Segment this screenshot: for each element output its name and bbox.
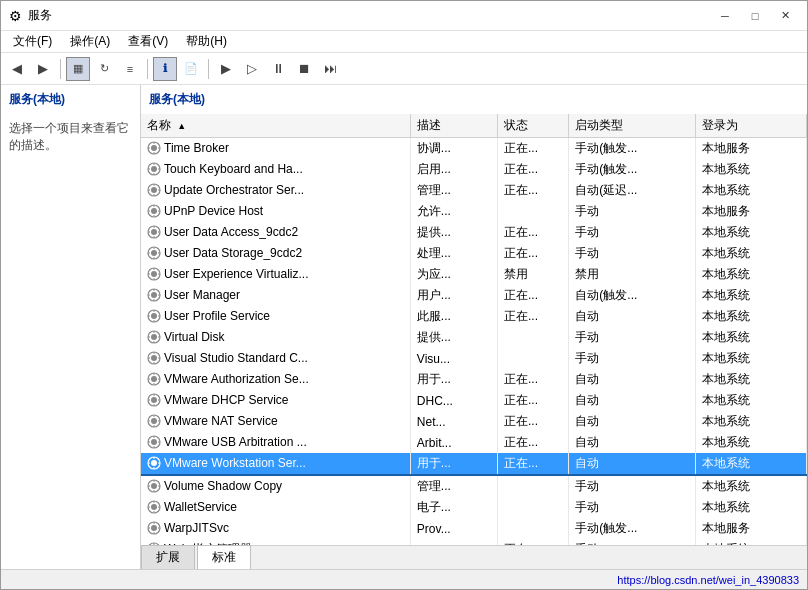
table-row[interactable]: UPnP Device Host允许...手动本地服务	[141, 201, 807, 222]
table-row[interactable]: WalletService电子...手动本地系统	[141, 497, 807, 518]
play-button[interactable]: ▶	[214, 57, 238, 81]
col-header-start[interactable]: 启动类型	[569, 114, 696, 138]
service-login-cell: 本地系统	[696, 411, 807, 432]
service-name-cell: User Manager	[141, 285, 410, 306]
col-header-login[interactable]: 登录为	[696, 114, 807, 138]
service-name-cell: VMware DHCP Service	[141, 390, 410, 411]
menu-item-V[interactable]: 查看(V)	[120, 31, 176, 52]
service-name-cell: User Profile Service	[141, 306, 410, 327]
service-status-cell: 正在...	[498, 243, 569, 264]
play2-button[interactable]: ▷	[240, 57, 264, 81]
menu-item-A[interactable]: 操作(A)	[62, 31, 118, 52]
service-login-cell: 本地系统	[696, 497, 807, 518]
table-row[interactable]: WarpJITSvcProv...手动(触发...本地服务	[141, 518, 807, 539]
service-desc-cell: Visu...	[410, 348, 497, 369]
svg-point-5	[151, 187, 157, 193]
svg-point-29	[151, 439, 157, 445]
service-name-cell: Volume Shadow Copy	[141, 475, 410, 497]
service-name-cell: Touch Keyboard and Ha...	[141, 159, 410, 180]
service-name-cell: Virtual Disk	[141, 327, 410, 348]
grid-view-button[interactable]: ▦	[66, 57, 90, 81]
service-icon	[147, 372, 161, 386]
maximize-button[interactable]: □	[741, 5, 769, 27]
service-start-cell: 自动	[569, 411, 696, 432]
table-row[interactable]: VMware USB Arbitration ...Arbit...正在...自…	[141, 432, 807, 453]
table-row[interactable]: User Profile Service此服...正在...自动本地系统	[141, 306, 807, 327]
menu-bar: 文件(F)操作(A)查看(V)帮助(H)	[1, 31, 807, 53]
table-row[interactable]: VMware DHCP ServiceDHC...正在...自动本地系统	[141, 390, 807, 411]
service-status-cell	[498, 497, 569, 518]
table-row[interactable]: Visual Studio Standard C...Visu...手动本地系统	[141, 348, 807, 369]
sort-arrow: ▲	[177, 121, 186, 131]
left-panel: 服务(本地) 选择一个项目来查看它的描述。	[1, 85, 141, 569]
window-icon: ⚙	[9, 8, 22, 24]
svg-point-15	[151, 292, 157, 298]
service-start-cell: 手动	[569, 243, 696, 264]
title-controls: ─ □ ✕	[711, 5, 799, 27]
table-row[interactable]: User Data Access_9cdc2提供...正在...手动本地系统	[141, 222, 807, 243]
export-button[interactable]: 📄	[179, 57, 203, 81]
table-row[interactable]: User Data Storage_9cdc2处理...正在...手动本地系统	[141, 243, 807, 264]
forward-button[interactable]: ▶	[31, 57, 55, 81]
table-row[interactable]: Update Orchestrator Ser...管理...正在...自动(延…	[141, 180, 807, 201]
service-login-cell: 本地服务	[696, 138, 807, 160]
minimize-button[interactable]: ─	[711, 5, 739, 27]
service-login-cell: 本地系统	[696, 453, 807, 475]
restart-button[interactable]: ⏭	[318, 57, 342, 81]
close-button[interactable]: ✕	[771, 5, 799, 27]
service-start-cell: 手动	[569, 222, 696, 243]
svg-point-1	[151, 145, 157, 151]
table-row[interactable]: Virtual Disk提供...手动本地系统	[141, 327, 807, 348]
service-desc-cell: 协调...	[410, 138, 497, 160]
status-text: https://blog.csdn.net/wei_in_4390833	[617, 574, 799, 586]
right-panel-header[interactable]: 服务(本地)	[141, 85, 807, 114]
tab-extend[interactable]: 扩展	[141, 545, 195, 569]
table-row[interactable]: User Manager用户...正在...自动(触发...本地系统	[141, 285, 807, 306]
menu-item-H[interactable]: 帮助(H)	[178, 31, 235, 52]
col-header-name[interactable]: 名称 ▲	[141, 114, 410, 138]
service-status-cell	[498, 518, 569, 539]
service-name-cell: Time Broker	[141, 138, 410, 160]
service-icon	[147, 330, 161, 344]
table-row[interactable]: User Experience Virtualiz...为应...禁用禁用本地系…	[141, 264, 807, 285]
view-button[interactable]: ≡	[118, 57, 142, 81]
svg-point-3	[151, 166, 157, 172]
svg-point-17	[151, 313, 157, 319]
pause-button[interactable]: ⏸	[266, 57, 290, 81]
service-login-cell: 本地系统	[696, 222, 807, 243]
title-bar: ⚙ 服务 ─ □ ✕	[1, 1, 807, 31]
left-panel-header[interactable]: 服务(本地)	[1, 85, 140, 114]
svg-point-19	[151, 334, 157, 340]
table-row[interactable]: VMware Authorization Se...用于...正在...自动本地…	[141, 369, 807, 390]
services-table[interactable]: 名称 ▲ 描述 状态 启动类型 登录为 Time Broker协调...正在..…	[141, 114, 807, 545]
service-login-cell: 本地系统	[696, 264, 807, 285]
tab-standard[interactable]: 标准	[197, 545, 251, 569]
svg-point-11	[151, 250, 157, 256]
table-row[interactable]: Volume Shadow Copy管理...手动本地系统	[141, 475, 807, 497]
service-icon	[147, 267, 161, 281]
refresh-button[interactable]: ↻	[92, 57, 116, 81]
table-row[interactable]: Time Broker协调...正在...手动(触发...本地服务	[141, 138, 807, 160]
service-icon	[147, 162, 161, 176]
info-button[interactable]: ℹ	[153, 57, 177, 81]
col-header-status[interactable]: 状态	[498, 114, 569, 138]
main-window: ⚙ 服务 ─ □ ✕ 文件(F)操作(A)查看(V)帮助(H) ◀ ▶ ▦ ↻ …	[0, 0, 808, 590]
service-start-cell: 手动	[569, 348, 696, 369]
svg-point-9	[151, 229, 157, 235]
service-desc-cell: DHC...	[410, 390, 497, 411]
stop-button[interactable]: ⏹	[292, 57, 316, 81]
table-row[interactable]: Touch Keyboard and Ha...启用...正在...手动(触发.…	[141, 159, 807, 180]
table-row[interactable]: VMware NAT ServiceNet...正在...自动本地系统	[141, 411, 807, 432]
table-row[interactable]: VMware Workstation Ser...用于...正在...自动本地系…	[141, 453, 807, 475]
service-login-cell: 本地系统	[696, 285, 807, 306]
menu-item-F[interactable]: 文件(F)	[5, 31, 60, 52]
service-login-cell: 本地服务	[696, 518, 807, 539]
service-name-cell: Visual Studio Standard C...	[141, 348, 410, 369]
back-button[interactable]: ◀	[5, 57, 29, 81]
service-desc-cell: 处理...	[410, 243, 497, 264]
toolbar-separator-1	[60, 59, 61, 79]
toolbar-separator-2	[147, 59, 148, 79]
col-header-desc[interactable]: 描述	[410, 114, 497, 138]
service-status-cell	[498, 348, 569, 369]
service-status-cell: 正在...	[498, 159, 569, 180]
